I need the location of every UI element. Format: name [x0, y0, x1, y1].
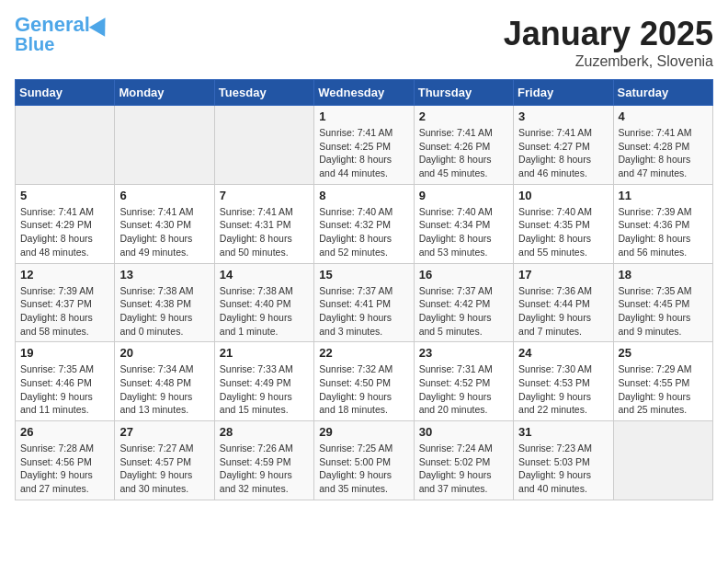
calendar-subtitle: Zuzemberk, Slovenia	[504, 53, 713, 70]
calendar-cell: 6Sunrise: 7:41 AM Sunset: 4:30 PM Daylig…	[115, 184, 214, 263]
title-block: January 2025 Zuzemberk, Slovenia	[504, 15, 713, 70]
calendar-cell: 27Sunrise: 7:27 AM Sunset: 4:57 PM Dayli…	[115, 421, 214, 500]
day-info: Sunrise: 7:41 AM Sunset: 4:27 PM Dayligh…	[518, 126, 608, 180]
day-info: Sunrise: 7:41 AM Sunset: 4:31 PM Dayligh…	[220, 205, 309, 259]
logo-general: General	[15, 13, 90, 36]
calendar-week-3: 12Sunrise: 7:39 AM Sunset: 4:37 PM Dayli…	[16, 263, 713, 342]
logo-triangle-icon	[89, 13, 113, 37]
calendar-cell	[214, 106, 313, 185]
calendar-table: SundayMondayTuesdayWednesdayThursdayFrid…	[15, 79, 713, 500]
day-number: 21	[220, 346, 309, 360]
day-info: Sunrise: 7:30 AM Sunset: 4:53 PM Dayligh…	[518, 362, 608, 417]
logo-blue: Blue	[15, 35, 54, 53]
day-number: 14	[220, 268, 309, 282]
logo: General Blue	[15, 15, 110, 53]
day-info: Sunrise: 7:24 AM Sunset: 5:02 PM Dayligh…	[419, 442, 508, 496]
day-number: 15	[319, 268, 408, 282]
calendar-cell	[16, 106, 115, 185]
calendar-cell: 17Sunrise: 7:36 AM Sunset: 4:44 PM Dayli…	[514, 263, 613, 342]
day-info: Sunrise: 7:37 AM Sunset: 4:42 PM Dayligh…	[419, 284, 508, 339]
weekday-header-friday: Friday	[514, 80, 613, 106]
calendar-cell: 28Sunrise: 7:26 AM Sunset: 4:59 PM Dayli…	[214, 421, 313, 500]
day-number: 4	[619, 109, 708, 123]
weekday-header-thursday: Thursday	[414, 80, 513, 106]
weekday-header-wednesday: Wednesday	[314, 80, 414, 106]
calendar-cell: 14Sunrise: 7:38 AM Sunset: 4:40 PM Dayli…	[214, 263, 313, 342]
calendar-cell: 12Sunrise: 7:39 AM Sunset: 4:37 PM Dayli…	[16, 263, 115, 342]
day-number: 1	[319, 109, 408, 123]
day-number: 25	[619, 346, 708, 360]
day-info: Sunrise: 7:40 AM Sunset: 4:32 PM Dayligh…	[319, 205, 408, 259]
calendar-cell: 7Sunrise: 7:41 AM Sunset: 4:31 PM Daylig…	[214, 184, 313, 263]
weekday-header-sunday: Sunday	[16, 80, 115, 106]
day-number: 23	[419, 346, 508, 360]
day-number: 31	[518, 425, 608, 439]
day-info: Sunrise: 7:32 AM Sunset: 4:50 PM Dayligh…	[319, 362, 408, 417]
calendar-week-4: 19Sunrise: 7:35 AM Sunset: 4:46 PM Dayli…	[16, 342, 713, 421]
weekday-header-monday: Monday	[115, 80, 214, 106]
day-number: 26	[20, 425, 109, 439]
calendar-cell: 26Sunrise: 7:28 AM Sunset: 4:56 PM Dayli…	[16, 421, 115, 500]
calendar-cell: 3Sunrise: 7:41 AM Sunset: 4:27 PM Daylig…	[514, 106, 613, 185]
calendar-cell: 1Sunrise: 7:41 AM Sunset: 4:25 PM Daylig…	[314, 106, 414, 185]
day-number: 7	[220, 189, 309, 202]
day-number: 19	[20, 346, 109, 360]
calendar-cell: 20Sunrise: 7:34 AM Sunset: 4:48 PM Dayli…	[115, 342, 214, 421]
day-number: 17	[518, 268, 608, 282]
calendar-week-2: 5Sunrise: 7:41 AM Sunset: 4:29 PM Daylig…	[16, 184, 713, 263]
calendar-week-5: 26Sunrise: 7:28 AM Sunset: 4:56 PM Dayli…	[16, 421, 713, 500]
day-info: Sunrise: 7:29 AM Sunset: 4:55 PM Dayligh…	[619, 362, 708, 417]
calendar-cell: 22Sunrise: 7:32 AM Sunset: 4:50 PM Dayli…	[314, 342, 414, 421]
day-info: Sunrise: 7:23 AM Sunset: 5:03 PM Dayligh…	[518, 442, 608, 496]
day-number: 24	[518, 346, 608, 360]
calendar-cell	[613, 421, 712, 500]
day-number: 29	[319, 425, 408, 439]
day-info: Sunrise: 7:28 AM Sunset: 4:56 PM Dayligh…	[20, 442, 109, 496]
calendar-cell: 21Sunrise: 7:33 AM Sunset: 4:49 PM Dayli…	[214, 342, 313, 421]
day-number: 13	[119, 268, 209, 282]
day-info: Sunrise: 7:41 AM Sunset: 4:26 PM Dayligh…	[419, 126, 508, 180]
calendar-cell: 2Sunrise: 7:41 AM Sunset: 4:26 PM Daylig…	[414, 106, 513, 185]
day-info: Sunrise: 7:41 AM Sunset: 4:29 PM Dayligh…	[20, 205, 109, 259]
calendar-cell: 18Sunrise: 7:35 AM Sunset: 4:45 PM Dayli…	[613, 263, 712, 342]
weekday-header-row: SundayMondayTuesdayWednesdayThursdayFrid…	[16, 80, 713, 106]
day-info: Sunrise: 7:34 AM Sunset: 4:48 PM Dayligh…	[119, 362, 209, 417]
calendar-cell: 16Sunrise: 7:37 AM Sunset: 4:42 PM Dayli…	[414, 263, 513, 342]
day-info: Sunrise: 7:37 AM Sunset: 4:41 PM Dayligh…	[319, 284, 408, 339]
calendar-cell: 8Sunrise: 7:40 AM Sunset: 4:32 PM Daylig…	[314, 184, 414, 263]
calendar-cell: 10Sunrise: 7:40 AM Sunset: 4:35 PM Dayli…	[514, 184, 613, 263]
day-number: 20	[119, 346, 209, 360]
day-info: Sunrise: 7:36 AM Sunset: 4:44 PM Dayligh…	[518, 284, 608, 339]
day-info: Sunrise: 7:35 AM Sunset: 4:45 PM Dayligh…	[619, 284, 708, 339]
calendar-cell: 11Sunrise: 7:39 AM Sunset: 4:36 PM Dayli…	[613, 184, 712, 263]
calendar-title: January 2025	[504, 15, 713, 53]
calendar-cell: 4Sunrise: 7:41 AM Sunset: 4:28 PM Daylig…	[613, 106, 712, 185]
day-number: 27	[119, 425, 209, 439]
day-info: Sunrise: 7:41 AM Sunset: 4:28 PM Dayligh…	[619, 126, 708, 180]
calendar-cell: 9Sunrise: 7:40 AM Sunset: 4:34 PM Daylig…	[414, 184, 513, 263]
calendar-cell: 23Sunrise: 7:31 AM Sunset: 4:52 PM Dayli…	[414, 342, 513, 421]
calendar-cell: 24Sunrise: 7:30 AM Sunset: 4:53 PM Dayli…	[514, 342, 613, 421]
day-number: 5	[20, 189, 109, 202]
calendar-cell: 29Sunrise: 7:25 AM Sunset: 5:00 PM Dayli…	[314, 421, 414, 500]
day-number: 6	[119, 189, 209, 202]
day-number: 9	[419, 189, 508, 202]
calendar-week-1: 1Sunrise: 7:41 AM Sunset: 4:25 PM Daylig…	[16, 106, 713, 185]
day-number: 11	[619, 189, 708, 202]
calendar-cell: 5Sunrise: 7:41 AM Sunset: 4:29 PM Daylig…	[16, 184, 115, 263]
weekday-header-saturday: Saturday	[613, 80, 712, 106]
day-number: 12	[20, 268, 109, 282]
calendar-cell: 15Sunrise: 7:37 AM Sunset: 4:41 PM Dayli…	[314, 263, 414, 342]
calendar-cell: 13Sunrise: 7:38 AM Sunset: 4:38 PM Dayli…	[115, 263, 214, 342]
day-info: Sunrise: 7:41 AM Sunset: 4:30 PM Dayligh…	[119, 205, 209, 259]
day-info: Sunrise: 7:33 AM Sunset: 4:49 PM Dayligh…	[220, 362, 309, 417]
calendar-cell: 30Sunrise: 7:24 AM Sunset: 5:02 PM Dayli…	[414, 421, 513, 500]
calendar-cell: 19Sunrise: 7:35 AM Sunset: 4:46 PM Dayli…	[16, 342, 115, 421]
weekday-header-tuesday: Tuesday	[214, 80, 313, 106]
day-info: Sunrise: 7:25 AM Sunset: 5:00 PM Dayligh…	[319, 442, 408, 496]
calendar-cell	[115, 106, 214, 185]
day-number: 2	[419, 109, 508, 123]
day-number: 16	[419, 268, 508, 282]
day-info: Sunrise: 7:41 AM Sunset: 4:25 PM Dayligh…	[319, 126, 408, 180]
day-info: Sunrise: 7:40 AM Sunset: 4:35 PM Dayligh…	[518, 205, 608, 259]
